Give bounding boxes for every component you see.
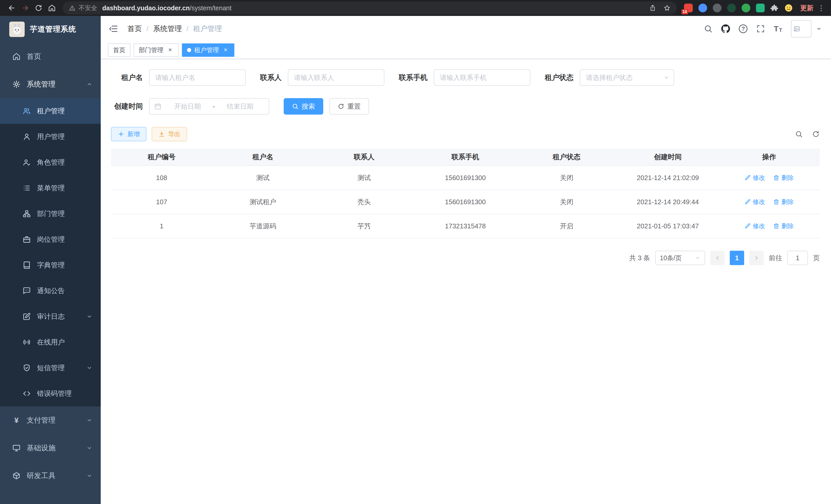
edit-link[interactable]: 修改 [744,222,765,230]
tab-tenant[interactable]: 租户管理× [182,43,234,57]
filter-row-2: 创建时间 开始日期 - 结束日期 搜索 重置 [111,98,820,115]
status-select-input[interactable] [580,69,674,86]
sidebar-item-sms[interactable]: 短信管理 [0,355,101,381]
phone-input[interactable] [434,69,531,86]
chrome-update-button[interactable]: 更新 [800,4,813,12]
share-icon[interactable] [649,4,656,11]
security-warning-icon[interactable] [69,5,76,11]
add-button[interactable]: 新增 [111,127,146,141]
extension-icon-darkgreen[interactable] [727,4,736,12]
sidebar: 芋道管理系统 首页 系统管理 租户管理 用户管理 [0,16,101,504]
date-range-picker[interactable]: 开始日期 - 结束日期 [149,98,269,115]
role-users-icon [22,158,31,167]
sidebar-item-home[interactable]: 首页 [0,42,101,70]
sidebar-item-role[interactable]: 角色管理 [0,149,101,175]
user-avatar[interactable] [791,20,811,37]
status-label: 租户状态 [545,73,574,83]
cell-status: 开启 [516,222,617,231]
profile-avatar-icon[interactable] [784,4,793,12]
chevron-down-icon [86,417,92,423]
sidebar-item-menu[interactable]: 菜单管理 [0,175,101,201]
cell-created: 2021-12-14 21:02:09 [617,174,718,182]
fullscreen-icon[interactable] [756,24,765,33]
reset-button[interactable]: 重置 [329,98,369,115]
sidebar-item-online[interactable]: 在线用户 [0,329,101,355]
caret-down-icon[interactable] [816,26,822,32]
app-title: 芋道管理系统 [30,24,76,34]
col-phone: 联系手机 [415,152,516,161]
app-logo[interactable]: 芋道管理系统 [0,16,101,42]
edit-link[interactable]: 修改 [744,174,765,182]
edit-link[interactable]: 修改 [744,198,765,206]
delete-link[interactable]: 删除 [773,174,794,182]
search-button[interactable]: 搜索 [284,98,323,115]
help-icon[interactable]: ? [739,24,747,33]
browser-forward-icon[interactable] [19,1,32,14]
browser-back-icon[interactable] [5,1,19,14]
breadcrumb: 首页 / 系统管理 / 租户管理 [127,24,222,34]
sidebar-item-infra[interactable]: 基础设施 [0,434,101,462]
next-page-button[interactable] [749,251,764,265]
tab-close-icon[interactable]: × [222,47,229,54]
tab-home[interactable]: 首页 [108,43,131,57]
page-size-select[interactable]: 10条/页 [655,251,705,265]
chevron-down-icon [86,314,92,320]
sidebar-item-tenant[interactable]: 租户管理 [0,98,101,124]
cell-tenant-id: 107 [111,198,212,206]
github-icon[interactable] [721,24,730,33]
sidebar-item-system[interactable]: 系统管理 [0,70,101,98]
browser-menu-dots-icon[interactable]: ⋮ [818,4,825,12]
extension-icon-red[interactable]: 10 [684,4,693,12]
sidebar-item-audit[interactable]: 审计日志 [0,304,101,329]
tenant-name-input[interactable] [149,69,246,86]
header-search-icon[interactable] [704,24,713,33]
table-row: 107 测试租户 秃头 15601691300 关闭 2021-12-14 20… [111,190,820,214]
security-label[interactable]: 不安全 [79,4,97,12]
breadcrumb-system[interactable]: 系统管理 [153,24,182,34]
bookmark-star-icon[interactable] [663,4,671,11]
sidebar-item-dict[interactable]: 字典管理 [0,252,101,278]
sidebar-toggle-icon[interactable] [109,24,118,33]
sidebar-item-user[interactable]: 用户管理 [0,124,101,149]
sidebar-item-notice[interactable]: 通知公告 [0,278,101,304]
start-date-placeholder[interactable]: 开始日期 [164,102,212,111]
delete-link[interactable]: 删除 [773,222,794,230]
col-tenant-id: 租户编号 [111,152,212,161]
filter-create-time: 创建时间 开始日期 - 结束日期 [111,98,269,115]
status-select[interactable] [580,69,674,86]
goto-page-input[interactable] [787,251,808,265]
prev-page-button[interactable] [710,251,725,265]
tab-dept[interactable]: 部门管理× [134,43,179,57]
contact-input[interactable] [288,69,384,86]
range-separator: - [212,102,216,111]
current-page-button[interactable]: 1 [730,251,744,265]
extensions-puzzle-icon[interactable] [770,4,779,12]
breadcrumb-current: 租户管理 [193,24,222,34]
extension-icon-green[interactable] [742,4,750,12]
extension-icon-chat[interactable] [756,4,765,12]
extension-icon-blue[interactable] [698,4,707,12]
sidebar-item-devtools[interactable]: 研发工具 [0,462,101,490]
font-size-icon[interactable]: TT [774,25,782,33]
browser-refresh-icon[interactable] [32,1,45,14]
extension-icon-globe[interactable] [713,4,721,12]
address-bar[interactable]: 不安全 dashboard.yudao.iocoder.cn/system/te… [63,2,677,14]
refresh-table-icon[interactable] [812,130,820,138]
browser-home-icon[interactable] [45,1,59,14]
sidebar-menu: 首页 系统管理 租户管理 用户管理 角色管理 [0,42,101,490]
menu-list-icon [22,184,31,192]
total-count: 共 3 条 [629,254,650,263]
sidebar-item-errcode[interactable]: 错误码管理 [0,381,101,406]
tabs-bar: 首页 部门管理× 租户管理× [101,41,831,59]
delete-link[interactable]: 删除 [773,198,794,206]
toggle-search-icon[interactable] [795,130,803,138]
export-button[interactable]: 导出 [152,127,187,141]
goto-label: 前往 [769,254,782,263]
home-icon [12,52,21,61]
sidebar-item-pay[interactable]: ¥ 支付管理 [0,406,101,434]
sidebar-item-post[interactable]: 岗位管理 [0,227,101,252]
breadcrumb-home[interactable]: 首页 [127,24,142,34]
sidebar-item-dept[interactable]: 部门管理 [0,201,101,227]
end-date-placeholder[interactable]: 结束日期 [216,102,264,111]
tab-close-icon[interactable]: × [167,47,174,54]
